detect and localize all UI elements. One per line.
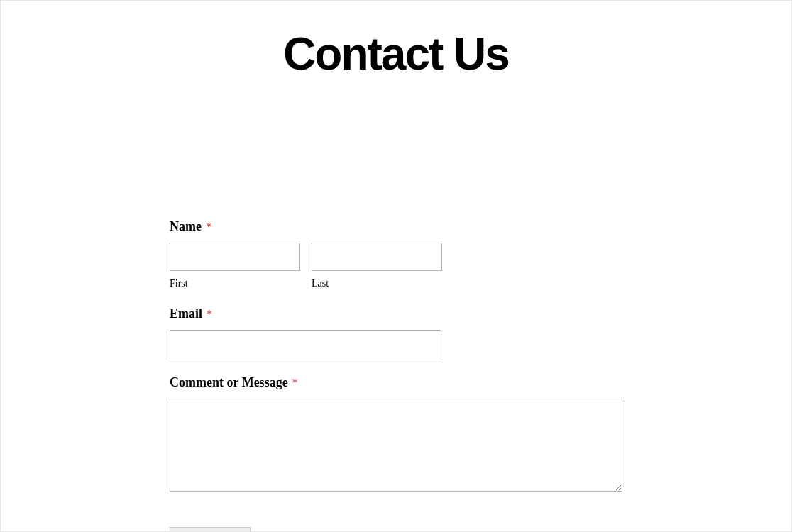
name-label: Name — [170, 219, 202, 234]
last-name-sublabel: Last — [312, 278, 442, 289]
first-name-column: First — [170, 243, 300, 289]
contact-form: Name * First Last Email * Comment or Mes… — [170, 219, 624, 532]
first-name-sublabel: First — [170, 278, 300, 289]
comment-field-group: Comment or Message * — [170, 375, 624, 494]
name-row: First Last — [170, 243, 624, 289]
first-name-input[interactable] — [170, 243, 300, 271]
email-field-group: Email * — [170, 306, 624, 358]
name-field-group: Name * First Last — [170, 219, 624, 289]
email-required-marker: * — [207, 308, 212, 320]
last-name-input[interactable] — [312, 243, 442, 271]
email-input[interactable] — [170, 330, 441, 358]
submit-button[interactable]: Submit — [170, 527, 251, 532]
comment-required-marker: * — [292, 377, 298, 389]
comment-textarea[interactable] — [170, 399, 622, 492]
comment-label: Comment or Message — [170, 375, 288, 390]
email-label: Email — [170, 306, 202, 321]
name-required-marker: * — [206, 221, 211, 233]
last-name-column: Last — [312, 243, 442, 289]
page-title: Contact Us — [1, 28, 791, 80]
